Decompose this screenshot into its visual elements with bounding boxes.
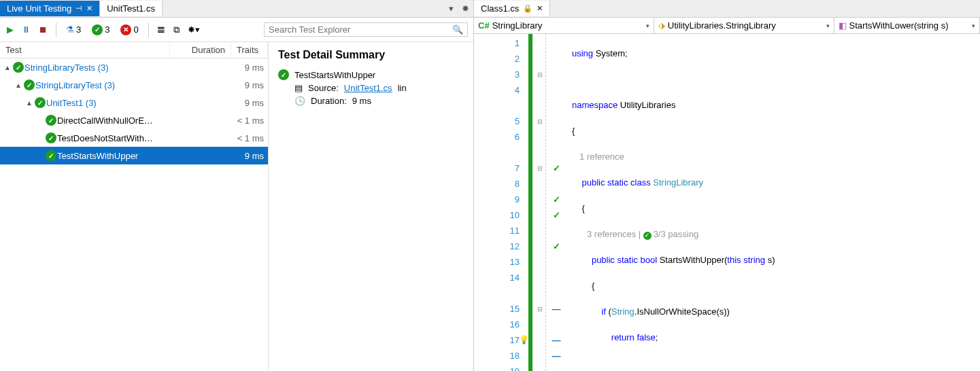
nav-label: StartsWithLower(string s) xyxy=(849,20,949,31)
check-icon: ✓ xyxy=(92,24,103,35)
codelens-pass[interactable]: 3/3 passing xyxy=(654,229,699,239)
test-detail: Test Detail Summary ✓ TestStartsWithUppe… xyxy=(269,42,473,371)
coverage-column: ✓✓✓✓——— xyxy=(546,34,567,371)
test-duration: 9 ms xyxy=(203,80,264,90)
test-name: StringLibraryTests (3) xyxy=(24,63,203,73)
test-duration: 9 ms xyxy=(203,63,264,73)
tab-class1[interactable]: Class1.cs 🔒 ✕ xyxy=(474,1,550,16)
test-row[interactable]: ▲✓StringLibraryTests (3)9 ms xyxy=(0,58,268,76)
code-body[interactable]: using System; namespace UtilityLibraries… xyxy=(567,34,980,371)
hierarchy-icon[interactable]: 𝌆 xyxy=(156,23,167,36)
tab-unittest1[interactable]: UnitTest1.cs xyxy=(100,1,163,16)
test-duration: 9 ms xyxy=(203,98,264,108)
test-name: DirectCallWithNullOrE… xyxy=(57,116,203,126)
test-name: TestStartsWithUpper xyxy=(57,151,203,161)
test-name: TestDoesNotStartWith… xyxy=(57,133,203,143)
pass-count: 3 xyxy=(105,24,109,35)
beaker-icon: ⚗ xyxy=(66,24,74,35)
x-icon: ✕ xyxy=(120,24,131,35)
check-icon: ✓ xyxy=(46,150,56,161)
source-link[interactable]: UnitTest1.cs xyxy=(344,83,392,93)
beaker-badge[interactable]: ⚗ 3 xyxy=(63,24,84,35)
clock-icon: 🕓 xyxy=(294,96,305,106)
code-editor[interactable]: 1234567891011121314151617💡1819 ⊟⊟⊟⊟ ✓✓✓✓… xyxy=(474,34,980,371)
nav-project[interactable]: C#StringLibrary▾ xyxy=(474,18,654,33)
stop-button[interactable]: ⏹ xyxy=(37,23,49,36)
check-icon: ✓ xyxy=(35,97,46,108)
source-icon: ▤ xyxy=(294,83,303,93)
source-line: lin xyxy=(398,83,407,93)
change-bar xyxy=(528,34,533,371)
tab-label: UnitTest1.cs xyxy=(107,3,155,14)
test-duration: 9 ms xyxy=(203,151,264,161)
tab-live-unit-testing[interactable]: Live Unit Testing ⊣ ✕ xyxy=(0,1,100,16)
codelens[interactable]: 1 reference xyxy=(579,152,624,162)
test-toolbar: ▶ ⏸ ⏹ ⚗ 3 ✓ 3 ✕ 0 𝌆 ⧉ ✸▾ 🔍 xyxy=(0,18,473,42)
test-row[interactable]: ✓TestDoesNotStartWith…< 1 ms xyxy=(0,129,268,147)
test-name: UnitTest1 (3) xyxy=(46,98,203,108)
col-duration[interactable]: Duration xyxy=(170,42,231,58)
test-row[interactable]: ✓TestStartsWithUpper9 ms xyxy=(0,147,268,164)
play-button[interactable]: ▶ xyxy=(5,23,15,36)
test-duration: < 1 ms xyxy=(203,133,264,143)
source-label: Source: xyxy=(308,83,339,93)
pin-icon[interactable]: 🔒 xyxy=(523,4,533,13)
test-row[interactable]: ✓DirectCallWithNullOrE…< 1 ms xyxy=(0,111,268,129)
tab-label: Live Unit Testing xyxy=(7,3,71,14)
nav-class[interactable]: ⬗UtilityLibraries.StringLibrary▾ xyxy=(654,18,834,33)
duration-label: Duration: xyxy=(311,96,347,106)
fail-badge[interactable]: ✕ 0 xyxy=(118,24,141,36)
search-icon[interactable]: 🔍 xyxy=(452,24,463,35)
col-test[interactable]: Test xyxy=(0,42,170,58)
pause-button[interactable]: ⏸ xyxy=(20,23,32,36)
search-box[interactable]: 🔍 xyxy=(264,22,468,37)
check-icon: ✓ xyxy=(13,62,24,73)
tab-label: Class1.cs xyxy=(481,3,519,14)
settings-icon[interactable]: ✸▾ xyxy=(186,23,201,36)
search-input[interactable] xyxy=(269,24,452,35)
close-icon[interactable]: ✕ xyxy=(537,4,543,13)
beaker-count: 3 xyxy=(76,24,81,35)
duration-value: 9 ms xyxy=(352,96,371,106)
pin-icon[interactable]: ⊣ xyxy=(75,4,82,13)
test-row[interactable]: ▲✓UnitTest1 (3)9 ms xyxy=(0,94,268,111)
gear-icon[interactable]: ✸ xyxy=(458,3,473,14)
dropdown-icon[interactable]: ▾ xyxy=(445,3,458,14)
fail-count: 0 xyxy=(133,24,138,35)
detail-test-name: TestStartsWithUpper xyxy=(294,70,375,80)
check-icon: ✓ xyxy=(278,69,289,80)
detail-title: Test Detail Summary xyxy=(278,49,464,61)
nav-label: UtilityLibraries.StringLibrary xyxy=(668,20,776,31)
check-icon: ✓ xyxy=(24,80,35,90)
fold-column: ⊟⊟⊟⊟ xyxy=(534,34,546,371)
line-numbers: 1234567891011121314151617💡1819 xyxy=(474,34,528,371)
close-icon[interactable]: ✕ xyxy=(86,4,92,13)
window-icon[interactable]: ⧉ xyxy=(172,23,181,37)
test-duration: < 1 ms xyxy=(203,116,264,126)
nav-label: StringLibrary xyxy=(492,20,543,31)
test-tree: Test Duration Traits ▲✓StringLibraryTest… xyxy=(0,42,269,371)
check-icon: ✓ xyxy=(46,115,56,126)
col-traits[interactable]: Traits xyxy=(231,42,268,58)
codelens[interactable]: 3 references | xyxy=(587,229,643,239)
pass-badge[interactable]: ✓ 3 xyxy=(89,24,112,36)
test-row[interactable]: ▲✓StringLibraryTest (3)9 ms xyxy=(0,76,268,94)
check-icon: ✓ xyxy=(46,132,56,143)
nav-method[interactable]: ◧StartsWithLower(string s)▾ xyxy=(834,18,980,33)
test-name: StringLibraryTest (3) xyxy=(35,80,203,90)
